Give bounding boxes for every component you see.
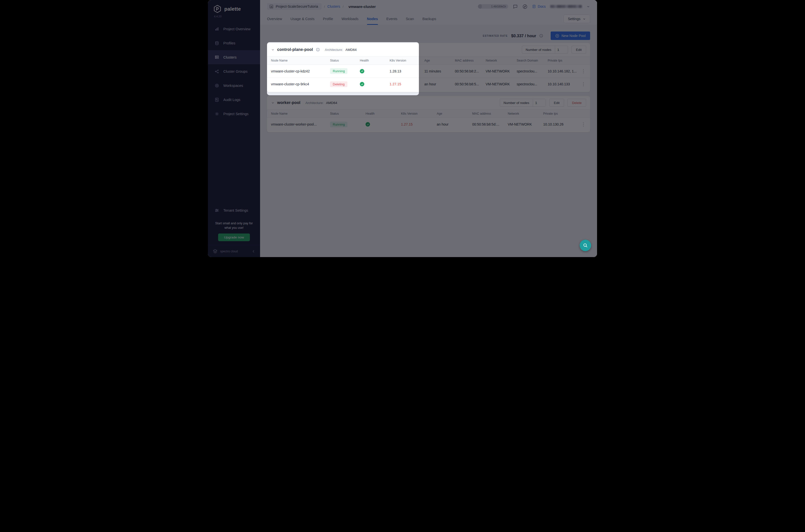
column-header: Node Name — [271, 59, 330, 62]
kebab-menu-icon[interactable]: ⋮ — [581, 69, 586, 74]
edit-pool-button[interactable]: Edit — [550, 99, 564, 107]
status-badge: Running — [330, 121, 347, 127]
kebab-menu-icon[interactable]: ⋮ — [581, 121, 586, 127]
column-header: K8s Version — [389, 59, 424, 62]
node-mac: 00:50:56:b8:2... — [455, 69, 486, 73]
sidebar-item-label: Profiles — [223, 41, 235, 45]
breadcrumb-project-name: Project-ScaleSecureTutoria — [276, 4, 318, 8]
top-right-controls: 1.49/100kCh Docs — [478, 4, 590, 9]
usage-meter-fill — [478, 4, 482, 9]
sidebar-item-audit-logs[interactable]: Audit Logs — [208, 93, 260, 107]
edit-pool-button[interactable]: Edit — [572, 46, 586, 54]
usage-meter: 1.49/100kCh — [478, 4, 508, 9]
number-of-nodes-label: Number of nodes — [522, 46, 555, 53]
upgrade-now-button[interactable]: Upgrade now — [218, 233, 250, 241]
sidebar-item-label: Clusters — [223, 55, 236, 59]
column-header: Status — [330, 112, 366, 115]
column-header: Node Name — [271, 112, 330, 115]
chat-icon[interactable] — [513, 4, 518, 9]
control-pool-header: control-plane-pool Architecture: AMD64 N… — [267, 43, 590, 56]
sidebar-item-project-overview[interactable]: Project Overview — [208, 22, 260, 36]
worker-table-header: Node Name Status Health K8s Version Age … — [267, 110, 590, 118]
collapse-chevron-down-icon[interactable] — [271, 101, 275, 105]
palette-logo-icon — [213, 4, 222, 13]
pool-info-icon[interactable] — [316, 48, 320, 52]
tab-events[interactable]: Events — [386, 13, 397, 25]
tab-scan[interactable]: Scan — [406, 13, 414, 25]
sidebar-nav: Project Overview Profiles Clusters Clust… — [208, 22, 260, 121]
estimated-rate-label: ESTIMATED RATE — [483, 35, 508, 37]
help-search-button[interactable] — [580, 240, 591, 251]
column-header: MAC address — [472, 112, 508, 115]
number-of-nodes-input[interactable] — [555, 46, 568, 53]
docs-button[interactable]: Docs — [532, 4, 546, 8]
sidebar-item-profiles[interactable]: Profiles — [208, 36, 260, 50]
user-name-redacted[interactable] — [550, 5, 582, 8]
pool-title: control-plane-pool — [277, 48, 313, 52]
sidebar-item-label: Project Settings — [223, 112, 249, 116]
sidebar-collapse-icon[interactable] — [252, 249, 255, 253]
gear-icon — [214, 111, 219, 116]
column-header: Health — [366, 112, 401, 115]
node-health — [360, 82, 389, 87]
rate-info-icon[interactable] — [539, 34, 543, 38]
tab-profile[interactable]: Profile — [323, 13, 333, 25]
kebab-menu-icon[interactable]: ⋮ — [581, 81, 586, 87]
row-actions: ⋮ — [579, 81, 586, 87]
tab-usage-costs[interactable]: Usage & Costs — [290, 13, 314, 25]
sidebar-item-label: Audit Logs — [223, 98, 241, 102]
architecture-value: AMD64 — [345, 48, 357, 52]
column-header: Search Domain — [517, 59, 548, 62]
target-icon — [214, 83, 219, 88]
plus-circle-icon — [555, 34, 559, 38]
node-private-ips: 10.10.130.26 — [543, 122, 573, 126]
compass-icon[interactable] — [522, 4, 528, 9]
tab-workloads[interactable]: Workloads — [342, 13, 358, 25]
tab-overview[interactable]: Overview — [267, 13, 282, 25]
docs-icon — [532, 4, 536, 8]
usage-meter-value: 1.49/100kCh — [491, 4, 506, 9]
column-header: Health — [360, 59, 389, 62]
sidebar-item-tenant-settings[interactable]: Tenant Settings — [208, 204, 260, 217]
user-menu-chevron-down-icon[interactable] — [587, 5, 590, 8]
main-area: Project-ScaleSecureTutoria / Clusters / … — [260, 0, 597, 257]
column-header: Private Ips — [548, 59, 579, 62]
column-header: MAC address — [455, 59, 486, 62]
spectro-cloud-label: spectro cloud — [220, 250, 238, 253]
column-header: Network — [486, 59, 517, 62]
network-icon — [214, 69, 219, 74]
control-plane-pool-card: control-plane-pool Architecture: AMD64 N… — [267, 43, 590, 92]
sidebar-item-cluster-groups[interactable]: Cluster Groups — [208, 64, 260, 78]
table-row: vmware-cluster-cp-kdz42 Running 1.28.13 … — [267, 65, 590, 78]
node-name: vmware-cluster-cp-9rkc4 — [271, 82, 330, 86]
magnifier-icon — [583, 243, 588, 248]
node-mac: 00:50:56:b8:5d:... — [472, 122, 508, 126]
upgrade-promo-text: Start small and only pay for what you us… — [208, 220, 260, 230]
node-search-domain: spectroclou... — [517, 82, 548, 86]
tab-backups[interactable]: Backups — [422, 13, 436, 25]
worker-pool-card: worker-pool Architecture: AMD64 Number o… — [267, 96, 590, 132]
node-k8s-version: 1.28.13 — [389, 69, 424, 73]
top-bar: Project-ScaleSecureTutoria / Clusters / … — [260, 0, 597, 13]
sidebar-item-workspaces[interactable]: Workspaces — [208, 78, 260, 93]
settings-button[interactable]: Settings — [563, 15, 590, 23]
tab-nodes[interactable]: Nodes — [367, 13, 378, 25]
node-private-ips: 10.10.146.182, 1... — [548, 69, 579, 73]
new-node-pool-button[interactable]: New Node Pool — [551, 32, 590, 40]
spectro-cloud-logo-icon — [212, 249, 218, 254]
control-pool-controls: Number of nodes Edit — [522, 46, 586, 54]
breadcrumb-clusters-link[interactable]: Clusters — [327, 4, 340, 8]
status-badge: Deleting — [330, 81, 347, 87]
sidebar-item-label: Tenant Settings — [223, 208, 248, 212]
breadcrumb-project[interactable]: Project-ScaleSecureTutoria — [267, 3, 322, 10]
sidebar-item-project-settings[interactable]: Project Settings — [208, 107, 260, 121]
number-of-nodes-input[interactable] — [533, 99, 546, 107]
node-status: Running — [330, 68, 360, 74]
delete-pool-button[interactable]: Delete — [568, 99, 586, 107]
sidebar-item-clusters[interactable]: Clusters — [208, 50, 260, 64]
cluster-list-icon — [214, 55, 219, 60]
node-network: VM-NETWORK — [508, 122, 543, 126]
pool-title: worker-pool — [277, 100, 301, 105]
collapse-chevron-down-icon[interactable] — [271, 48, 275, 52]
sliders-icon — [214, 208, 219, 213]
